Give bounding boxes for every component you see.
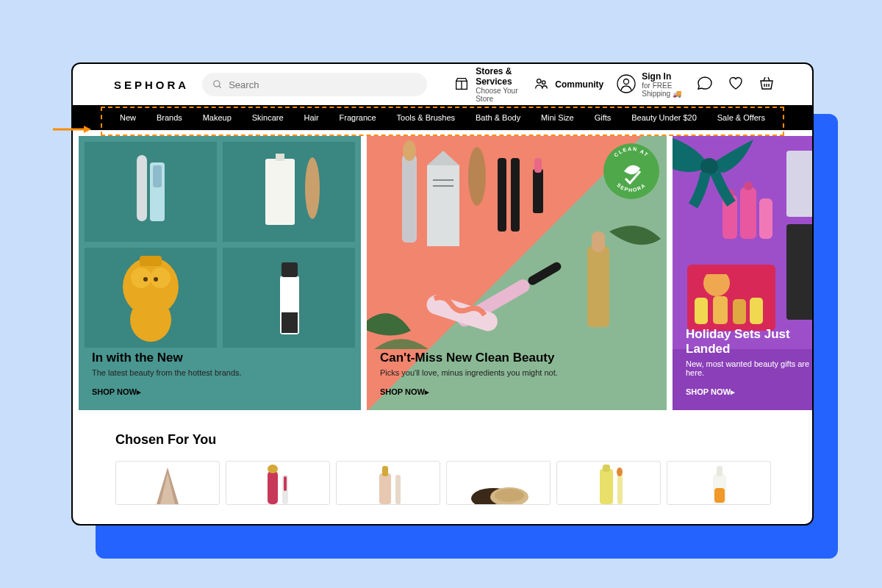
product-card[interactable] bbox=[226, 461, 330, 505]
main-nav: New Brands Makeup Skincare Hair Fragranc… bbox=[73, 105, 812, 130]
hero-subtitle: Picks you'll love, minus ingredients you… bbox=[380, 368, 653, 377]
nav-mini[interactable]: Mini Size bbox=[541, 113, 574, 122]
signin-subtitle: for FREE Shipping 🚚 bbox=[642, 82, 683, 98]
product-image bbox=[223, 248, 355, 348]
svg-point-30 bbox=[403, 140, 416, 161]
stores-services-link[interactable]: Stores & Services Choose Your Store bbox=[453, 66, 520, 103]
product-image bbox=[85, 142, 217, 242]
svg-point-55 bbox=[744, 182, 753, 190]
product-image bbox=[359, 461, 417, 504]
svg-rect-68 bbox=[284, 476, 287, 491]
shop-now-button[interactable]: SHOP NOW▸ bbox=[92, 387, 348, 397]
svg-rect-49 bbox=[786, 224, 814, 320]
annotation-arrow-icon bbox=[53, 123, 91, 135]
svg-rect-65 bbox=[268, 471, 278, 504]
product-card[interactable] bbox=[446, 461, 551, 505]
site-header: SEPHORA Stores & Services Choose Your St… bbox=[73, 64, 812, 105]
nav-sale[interactable]: Sale & Offers bbox=[717, 113, 765, 122]
nav-gifts[interactable]: Gifts bbox=[595, 113, 612, 122]
product-image bbox=[138, 461, 197, 504]
signin-link[interactable]: Sign In for FREE Shipping 🚚 bbox=[617, 71, 683, 98]
svg-text:CLEAN AT: CLEAN AT bbox=[613, 146, 650, 158]
svg-rect-52 bbox=[740, 187, 756, 239]
svg-rect-31 bbox=[427, 165, 459, 246]
nav-hair[interactable]: Hair bbox=[304, 113, 318, 122]
product-image bbox=[465, 467, 531, 504]
basket-button[interactable] bbox=[758, 75, 775, 94]
hero-title: In with the New bbox=[92, 351, 348, 365]
hero-product-grid bbox=[85, 142, 355, 348]
nav-new[interactable]: New bbox=[120, 113, 136, 122]
svg-rect-76 bbox=[603, 465, 610, 472]
nav-skincare[interactable]: Skincare bbox=[252, 113, 284, 122]
store-icon bbox=[453, 76, 470, 93]
svg-point-2 bbox=[214, 81, 220, 87]
search-input[interactable] bbox=[229, 79, 417, 90]
product-card[interactable] bbox=[115, 461, 220, 505]
hero-title: Can't-Miss New Clean Beauty bbox=[380, 351, 653, 365]
signin-title: Sign In bbox=[642, 71, 683, 82]
svg-rect-41 bbox=[592, 232, 605, 252]
svg-marker-32 bbox=[427, 151, 459, 165]
product-image bbox=[248, 461, 307, 504]
nav-makeup[interactable]: Makeup bbox=[203, 113, 232, 122]
stores-subtitle: Choose Your Store bbox=[476, 87, 520, 103]
svg-rect-39 bbox=[534, 158, 542, 173]
nav-brands[interactable]: Brands bbox=[157, 113, 182, 122]
nav-tools[interactable]: Tools & Brushes bbox=[397, 113, 455, 122]
clean-at-sephora-badge: CLEAN AT SEPHORA bbox=[603, 143, 659, 199]
product-card[interactable] bbox=[556, 461, 661, 505]
heart-icon bbox=[727, 74, 745, 95]
hero-subtitle: The latest beauty from the hottest brand… bbox=[92, 368, 348, 377]
hero-card-holiday[interactable]: Holiday Sets Just Landed New, most wante… bbox=[673, 136, 814, 410]
svg-rect-28 bbox=[282, 312, 298, 333]
svg-point-24 bbox=[154, 277, 158, 282]
svg-rect-36 bbox=[498, 158, 506, 232]
community-icon bbox=[533, 76, 549, 93]
hero-card-clean[interactable]: CLEAN AT SEPHORA Can't-Miss New Clean Be… bbox=[367, 136, 667, 410]
svg-rect-80 bbox=[714, 488, 725, 503]
svg-rect-25 bbox=[140, 256, 162, 266]
product-image bbox=[85, 248, 217, 348]
wishlist-button[interactable] bbox=[727, 75, 745, 94]
nav-fragrance[interactable]: Fragrance bbox=[340, 113, 376, 122]
svg-rect-13 bbox=[137, 155, 147, 221]
svg-point-74 bbox=[495, 489, 524, 502]
svg-rect-81 bbox=[717, 466, 723, 476]
svg-rect-17 bbox=[276, 154, 284, 161]
product-image bbox=[223, 142, 355, 242]
brand-logo[interactable]: SEPHORA bbox=[114, 79, 189, 91]
svg-rect-69 bbox=[379, 473, 391, 504]
product-image bbox=[689, 461, 748, 504]
hero-subtitle: New, most wanted beauty gifts are here. bbox=[686, 359, 812, 377]
search-bar[interactable] bbox=[202, 73, 427, 96]
svg-point-22 bbox=[130, 298, 171, 342]
basket-icon bbox=[758, 74, 775, 95]
chosen-title: Chosen For You bbox=[115, 432, 770, 448]
community-label: Community bbox=[555, 79, 603, 90]
shop-now-button[interactable]: SHOP NOW▸ bbox=[686, 387, 812, 397]
svg-text:SEPHORA: SEPHORA bbox=[616, 182, 647, 193]
nav-under20[interactable]: Beauty Under $20 bbox=[631, 113, 697, 122]
search-icon bbox=[212, 79, 223, 90]
community-link[interactable]: Community bbox=[533, 76, 603, 93]
svg-rect-48 bbox=[786, 151, 814, 217]
product-card[interactable] bbox=[336, 461, 440, 505]
nav-bath[interactable]: Bath & Body bbox=[476, 113, 520, 122]
chosen-carousel bbox=[115, 461, 770, 505]
svg-rect-38 bbox=[533, 169, 543, 213]
chosen-section: Chosen For You bbox=[73, 410, 812, 505]
svg-rect-40 bbox=[587, 246, 609, 327]
svg-point-9 bbox=[624, 79, 629, 85]
svg-rect-61 bbox=[706, 270, 727, 274]
product-card[interactable] bbox=[667, 461, 771, 505]
chat-button[interactable] bbox=[696, 75, 714, 94]
shop-now-button[interactable]: SHOP NOW▸ bbox=[380, 387, 653, 397]
stores-title: Stores & Services bbox=[476, 66, 520, 87]
hero-card-new[interactable]: In with the New The latest beauty from t… bbox=[79, 136, 361, 410]
hero-carousel: In with the New The latest beauty from t… bbox=[73, 130, 812, 410]
svg-point-78 bbox=[617, 467, 623, 476]
svg-point-23 bbox=[143, 277, 148, 282]
svg-rect-37 bbox=[511, 158, 520, 232]
svg-rect-70 bbox=[382, 466, 388, 476]
